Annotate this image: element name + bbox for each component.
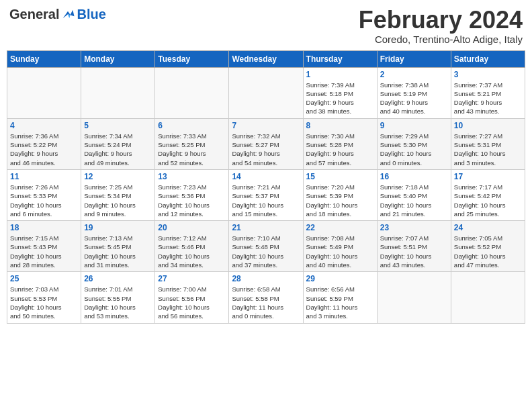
calendar-day-cell — [81, 67, 155, 118]
calendar-day-cell: 28Sunrise: 6:58 AM Sunset: 5:58 PM Dayli… — [229, 272, 303, 323]
weekday-header: Thursday — [303, 50, 377, 67]
day-info: Sunrise: 7:30 AM Sunset: 5:28 PM Dayligh… — [306, 132, 374, 167]
calendar-week-row: 25Sunrise: 7:03 AM Sunset: 5:53 PM Dayli… — [7, 272, 525, 323]
day-info: Sunrise: 7:21 AM Sunset: 5:37 PM Dayligh… — [232, 183, 300, 218]
day-info: Sunrise: 7:27 AM Sunset: 5:31 PM Dayligh… — [454, 132, 522, 167]
day-number: 5 — [84, 121, 152, 130]
day-info: Sunrise: 7:10 AM Sunset: 5:48 PM Dayligh… — [232, 234, 300, 269]
day-number: 28 — [232, 274, 300, 283]
calendar-day-cell: 13Sunrise: 7:23 AM Sunset: 5:36 PM Dayli… — [155, 169, 229, 220]
weekday-header: Monday — [81, 50, 155, 67]
calendar-day-cell — [155, 67, 229, 118]
day-number: 26 — [84, 274, 152, 283]
calendar-day-cell: 11Sunrise: 7:26 AM Sunset: 5:33 PM Dayli… — [7, 169, 81, 220]
day-info: Sunrise: 7:07 AM Sunset: 5:51 PM Dayligh… — [380, 234, 448, 269]
calendar-day-cell: 5Sunrise: 7:34 AM Sunset: 5:24 PM Daylig… — [81, 118, 155, 169]
calendar-day-cell: 23Sunrise: 7:07 AM Sunset: 5:51 PM Dayli… — [377, 221, 451, 272]
day-info: Sunrise: 7:34 AM Sunset: 5:24 PM Dayligh… — [84, 132, 152, 167]
day-number: 13 — [158, 172, 226, 181]
day-number: 22 — [306, 223, 374, 232]
logo-bird-icon — [60, 7, 75, 22]
calendar-day-cell: 6Sunrise: 7:33 AM Sunset: 5:25 PM Daylig… — [155, 118, 229, 169]
day-number: 11 — [10, 172, 78, 181]
calendar-day-cell: 4Sunrise: 7:36 AM Sunset: 5:22 PM Daylig… — [7, 118, 81, 169]
day-number: 14 — [232, 172, 300, 181]
day-number: 3 — [454, 70, 522, 79]
day-number: 7 — [232, 121, 300, 130]
calendar-day-cell: 17Sunrise: 7:17 AM Sunset: 5:42 PM Dayli… — [451, 169, 525, 220]
calendar-day-cell: 1Sunrise: 7:39 AM Sunset: 5:18 PM Daylig… — [303, 67, 377, 118]
calendar-day-cell: 15Sunrise: 7:20 AM Sunset: 5:39 PM Dayli… — [303, 169, 377, 220]
day-info: Sunrise: 7:37 AM Sunset: 5:21 PM Dayligh… — [454, 81, 522, 116]
calendar-week-row: 18Sunrise: 7:15 AM Sunset: 5:43 PM Dayli… — [7, 221, 525, 272]
calendar-week-row: 1Sunrise: 7:39 AM Sunset: 5:18 PM Daylig… — [7, 67, 525, 118]
day-info: Sunrise: 6:56 AM Sunset: 5:59 PM Dayligh… — [306, 285, 374, 320]
calendar-day-cell: 24Sunrise: 7:05 AM Sunset: 5:52 PM Dayli… — [451, 221, 525, 272]
calendar-table: SundayMondayTuesdayWednesdayThursdayFrid… — [7, 50, 525, 324]
logo-general: General — [9, 7, 59, 22]
day-number: 25 — [10, 274, 78, 283]
calendar-day-cell: 8Sunrise: 7:30 AM Sunset: 5:28 PM Daylig… — [303, 118, 377, 169]
day-number: 29 — [306, 274, 374, 283]
page-title: February 2024 — [359, 7, 523, 34]
weekday-header: Wednesday — [229, 50, 303, 67]
day-number: 4 — [10, 121, 78, 130]
day-number: 27 — [158, 274, 226, 283]
calendar-day-cell: 22Sunrise: 7:08 AM Sunset: 5:49 PM Dayli… — [303, 221, 377, 272]
day-info: Sunrise: 7:23 AM Sunset: 5:36 PM Dayligh… — [158, 183, 226, 218]
day-number: 21 — [232, 223, 300, 232]
svg-marker-0 — [63, 9, 75, 17]
day-number: 10 — [454, 121, 522, 130]
weekday-header: Tuesday — [155, 50, 229, 67]
calendar-week-row: 11Sunrise: 7:26 AM Sunset: 5:33 PM Dayli… — [7, 169, 525, 220]
calendar-day-cell — [229, 67, 303, 118]
svg-marker-1 — [68, 14, 71, 18]
day-number: 20 — [158, 223, 226, 232]
day-info: Sunrise: 7:38 AM Sunset: 5:19 PM Dayligh… — [380, 81, 448, 116]
calendar-day-cell: 21Sunrise: 7:10 AM Sunset: 5:48 PM Dayli… — [229, 221, 303, 272]
calendar-day-cell: 27Sunrise: 7:00 AM Sunset: 5:56 PM Dayli… — [155, 272, 229, 323]
day-info: Sunrise: 7:26 AM Sunset: 5:33 PM Dayligh… — [10, 183, 78, 218]
day-info: Sunrise: 7:00 AM Sunset: 5:56 PM Dayligh… — [158, 285, 226, 320]
calendar-week-row: 4Sunrise: 7:36 AM Sunset: 5:22 PM Daylig… — [7, 118, 525, 169]
day-info: Sunrise: 6:58 AM Sunset: 5:58 PM Dayligh… — [232, 285, 300, 320]
page-location: Coredo, Trentino-Alto Adige, Italy — [359, 34, 523, 45]
day-info: Sunrise: 7:13 AM Sunset: 5:45 PM Dayligh… — [84, 234, 152, 269]
day-info: Sunrise: 7:17 AM Sunset: 5:42 PM Dayligh… — [454, 183, 522, 218]
page-header: General Blue February 2024 Coredo, Trent… — [7, 7, 525, 45]
day-info: Sunrise: 7:36 AM Sunset: 5:22 PM Dayligh… — [10, 132, 78, 167]
day-number: 24 — [454, 223, 522, 232]
calendar-day-cell: 9Sunrise: 7:29 AM Sunset: 5:30 PM Daylig… — [377, 118, 451, 169]
calendar-day-cell: 25Sunrise: 7:03 AM Sunset: 5:53 PM Dayli… — [7, 272, 81, 323]
calendar-day-cell: 10Sunrise: 7:27 AM Sunset: 5:31 PM Dayli… — [451, 118, 525, 169]
calendar-day-cell: 26Sunrise: 7:01 AM Sunset: 5:55 PM Dayli… — [81, 272, 155, 323]
day-number: 17 — [454, 172, 522, 181]
day-number: 8 — [306, 121, 374, 130]
calendar-day-cell: 3Sunrise: 7:37 AM Sunset: 5:21 PM Daylig… — [451, 67, 525, 118]
day-number: 2 — [380, 70, 448, 79]
calendar-day-cell: 12Sunrise: 7:25 AM Sunset: 5:34 PM Dayli… — [81, 169, 155, 220]
day-info: Sunrise: 7:32 AM Sunset: 5:27 PM Dayligh… — [232, 132, 300, 167]
day-info: Sunrise: 7:03 AM Sunset: 5:53 PM Dayligh… — [10, 285, 78, 320]
calendar-day-cell: 20Sunrise: 7:12 AM Sunset: 5:46 PM Dayli… — [155, 221, 229, 272]
day-info: Sunrise: 7:05 AM Sunset: 5:52 PM Dayligh… — [454, 234, 522, 269]
day-info: Sunrise: 7:18 AM Sunset: 5:40 PM Dayligh… — [380, 183, 448, 218]
day-number: 19 — [84, 223, 152, 232]
day-info: Sunrise: 7:25 AM Sunset: 5:34 PM Dayligh… — [84, 183, 152, 218]
day-number: 9 — [380, 121, 448, 130]
calendar-day-cell: 19Sunrise: 7:13 AM Sunset: 5:45 PM Dayli… — [81, 221, 155, 272]
day-number: 6 — [158, 121, 226, 130]
calendar-header-row: SundayMondayTuesdayWednesdayThursdayFrid… — [7, 50, 525, 67]
day-info: Sunrise: 7:15 AM Sunset: 5:43 PM Dayligh… — [10, 234, 78, 269]
day-number: 18 — [10, 223, 78, 232]
day-number: 15 — [306, 172, 374, 181]
calendar-day-cell: 16Sunrise: 7:18 AM Sunset: 5:40 PM Dayli… — [377, 169, 451, 220]
calendar-day-cell: 18Sunrise: 7:15 AM Sunset: 5:43 PM Dayli… — [7, 221, 81, 272]
weekday-header: Saturday — [451, 50, 525, 67]
weekday-header: Friday — [377, 50, 451, 67]
day-number: 16 — [380, 172, 448, 181]
day-info: Sunrise: 7:01 AM Sunset: 5:55 PM Dayligh… — [84, 285, 152, 320]
day-number: 1 — [306, 70, 374, 79]
calendar-day-cell — [451, 272, 525, 323]
day-info: Sunrise: 7:20 AM Sunset: 5:39 PM Dayligh… — [306, 183, 374, 218]
